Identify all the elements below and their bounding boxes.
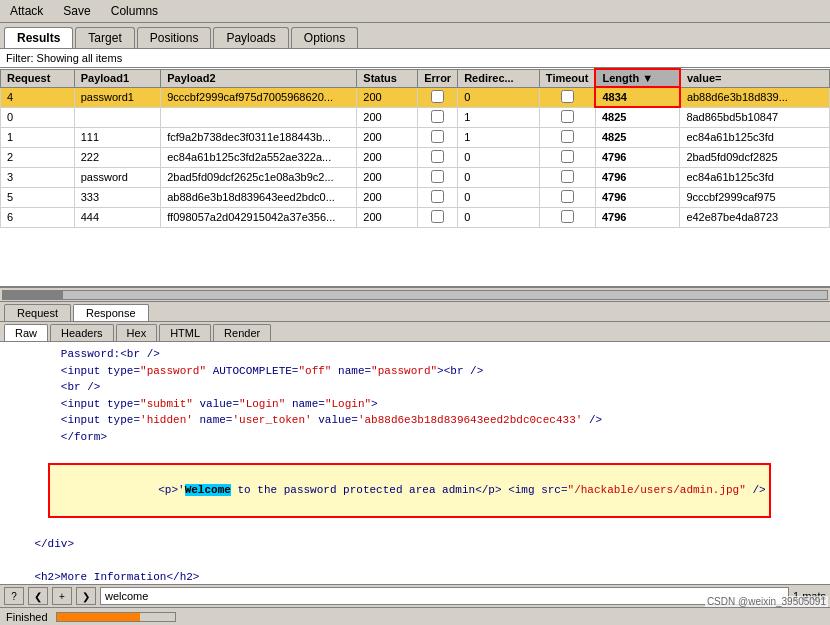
table-row[interactable]: 4password19cccbf2999caf975d7005968620...… bbox=[1, 87, 830, 107]
horizontal-scrollbar[interactable] bbox=[0, 288, 830, 302]
req-resp-tab-bar: Request Response bbox=[0, 302, 830, 322]
results-area[interactable]: Request Payload1 Payload2 Status Error R… bbox=[0, 68, 830, 288]
col-error[interactable]: Error bbox=[418, 69, 458, 87]
code-line-6: </form> bbox=[8, 429, 822, 446]
format-tab-bar: Raw Headers Hex HTML Render bbox=[0, 322, 830, 342]
tab-response[interactable]: Response bbox=[73, 304, 149, 321]
tab-options[interactable]: Options bbox=[291, 27, 358, 48]
table-row[interactable]: 1111fcf9a2b738dec3f0311e188443b...200148… bbox=[1, 127, 830, 147]
col-payload2[interactable]: Payload2 bbox=[161, 69, 357, 87]
match-count: 1 mats bbox=[793, 590, 826, 602]
code-area: Password:<br /> <input type="password" A… bbox=[0, 342, 830, 584]
tab-payloads[interactable]: Payloads bbox=[213, 27, 288, 48]
search-prev-button[interactable]: ❮ bbox=[28, 587, 48, 605]
code-line-7: <p>'Welcome to the password protected ar… bbox=[8, 446, 822, 535]
col-status[interactable]: Status bbox=[357, 69, 418, 87]
code-line-1: Password:<br /> bbox=[8, 346, 822, 363]
bottom-panel: Request Response Raw Headers Hex HTML Re… bbox=[0, 302, 830, 607]
code-line-9 bbox=[8, 552, 822, 569]
table-row[interactable]: 0200148258ad865bd5b10847 bbox=[1, 107, 830, 127]
col-value[interactable]: value= bbox=[680, 69, 830, 87]
menu-attack[interactable]: Attack bbox=[6, 2, 47, 20]
menu-save[interactable]: Save bbox=[59, 2, 94, 20]
col-timeout[interactable]: Timeout bbox=[539, 69, 595, 87]
code-line-10: <h2>More Information</h2> bbox=[8, 569, 822, 585]
table-row[interactable]: 3password2bad5fd09dcf2625c1e08a3b9c2...2… bbox=[1, 167, 830, 187]
table-row[interactable]: 2222ec84a61b125c3fd2a552ae322a...2000479… bbox=[1, 147, 830, 167]
filter-text: Filter: Showing all items bbox=[6, 52, 122, 64]
tab-positions[interactable]: Positions bbox=[137, 27, 212, 48]
search-add-button[interactable]: + bbox=[52, 587, 72, 605]
col-redirect[interactable]: Redirec... bbox=[458, 69, 540, 87]
tab-request[interactable]: Request bbox=[4, 304, 71, 321]
code-line-5: <input type='hidden' name='user_token' v… bbox=[8, 412, 822, 429]
tab-render[interactable]: Render bbox=[213, 324, 271, 341]
tab-html[interactable]: HTML bbox=[159, 324, 211, 341]
tab-raw[interactable]: Raw bbox=[4, 324, 48, 341]
code-line-8: </div> bbox=[8, 536, 822, 553]
filter-bar: Filter: Showing all items bbox=[0, 49, 830, 68]
col-length[interactable]: Length ▼ bbox=[595, 69, 679, 87]
scrollbar-track[interactable] bbox=[2, 290, 828, 300]
search-next-button[interactable]: ❯ bbox=[76, 587, 96, 605]
menu-bar: Attack Save Columns bbox=[0, 0, 830, 23]
main-tab-bar: Results Target Positions Payloads Option… bbox=[0, 23, 830, 49]
tab-headers[interactable]: Headers bbox=[50, 324, 114, 341]
status-progress bbox=[56, 612, 176, 622]
tab-results[interactable]: Results bbox=[4, 27, 73, 48]
results-table: Request Payload1 Payload2 Status Error R… bbox=[0, 68, 830, 228]
status-text: Finished bbox=[6, 611, 48, 623]
search-bar: ? ❮ + ❯ 1 mats bbox=[0, 584, 830, 607]
code-line-2: <input type="password" AUTOCOMPLETE="off… bbox=[8, 363, 822, 380]
tab-target[interactable]: Target bbox=[75, 27, 134, 48]
col-request[interactable]: Request bbox=[1, 69, 75, 87]
code-line-3: <br /> bbox=[8, 379, 822, 396]
scrollbar-thumb[interactable] bbox=[3, 291, 63, 299]
code-line-4: <input type="submit" value="Login" name=… bbox=[8, 396, 822, 413]
search-input[interactable] bbox=[100, 587, 789, 605]
menu-columns[interactable]: Columns bbox=[107, 2, 162, 20]
tab-hex[interactable]: Hex bbox=[116, 324, 158, 341]
col-payload1[interactable]: Payload1 bbox=[74, 69, 161, 87]
table-row[interactable]: 5333ab88d6e3b18d839643eed2bdc0...2000479… bbox=[1, 187, 830, 207]
table-row[interactable]: 6444ff098057a2d042915042a37e356...200047… bbox=[1, 207, 830, 227]
status-bar: Finished bbox=[0, 607, 830, 625]
search-help-button[interactable]: ? bbox=[4, 587, 24, 605]
